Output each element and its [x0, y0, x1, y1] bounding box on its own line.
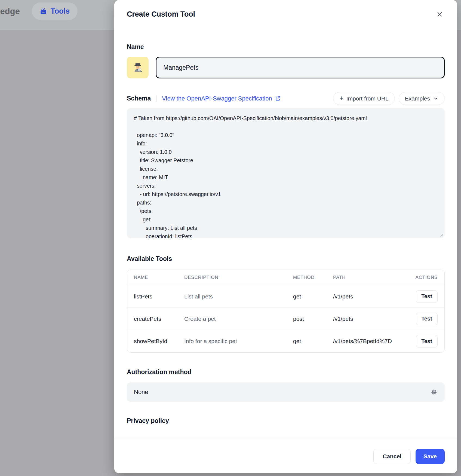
schema-section-label: Schema — [127, 95, 151, 102]
tool-method: get — [293, 338, 333, 344]
tool-name: listPets — [134, 293, 184, 300]
schema-header-row: Schema View the OpenAPI-Swagger Specific… — [127, 92, 445, 105]
tool-method: post — [293, 316, 333, 322]
authorization-method-heading: Authorization method — [127, 368, 445, 376]
schema-textarea[interactable]: # Taken from https://github.com/OAI/Open… — [127, 108, 445, 238]
authorization-settings-button[interactable] — [430, 389, 438, 396]
column-header-description: DESCRIPTION — [184, 275, 293, 280]
nav-item-knowledge-partial[interactable]: ledge — [0, 7, 20, 16]
test-button[interactable]: Test — [416, 290, 438, 303]
tool-description: List all pets — [184, 293, 293, 300]
import-from-url-button[interactable]: + Import from URL — [333, 92, 395, 105]
schema-actions: + Import from URL Examples — [333, 92, 445, 105]
test-button[interactable]: Test — [416, 313, 438, 325]
name-row — [127, 57, 445, 78]
examples-dropdown[interactable]: Examples — [399, 92, 445, 105]
openapi-spec-link-label: View the OpenAPI-Swagger Specification — [162, 95, 272, 102]
schema-text: # Taken from https://github.com/OAI/Open… — [127, 108, 445, 238]
tool-description: Create a pet — [184, 316, 293, 322]
tab-tools-label: Tools — [51, 7, 70, 16]
page: ledge Tools Create Custom Tool — [0, 0, 461, 476]
column-header-name: NAME — [134, 275, 184, 280]
modal-header: Create Custom Tool — [127, 0, 445, 19]
name-section-label: Name — [127, 43, 445, 51]
available-tools-heading: Available Tools — [127, 255, 445, 263]
chevron-down-icon — [433, 96, 438, 101]
external-link-icon — [275, 96, 281, 101]
test-button[interactable]: Test — [416, 335, 438, 347]
table-header-row: NAME DESCRIPTION METHOD PATH ACTIONS — [127, 270, 444, 285]
tab-tools[interactable]: Tools — [32, 2, 78, 20]
x-icon — [436, 11, 443, 18]
tool-method: get — [293, 293, 333, 300]
close-button[interactable] — [434, 9, 445, 19]
available-tools-table: NAME DESCRIPTION METHOD PATH ACTIONS lis… — [127, 270, 445, 353]
table-row: showPetById Info for a specific pet get … — [127, 330, 444, 352]
import-from-url-label: Import from URL — [346, 95, 389, 102]
table-row: createPets Create a pet post /v1/pets Te… — [127, 308, 444, 330]
cancel-button[interactable]: Cancel — [373, 449, 411, 464]
tool-path: /v1/pets/%7BpetId%7D — [333, 338, 408, 344]
column-header-method: METHOD — [293, 275, 333, 280]
table-row: listPets List all pets get /v1/pets Test — [127, 285, 444, 308]
column-header-path: PATH — [333, 275, 408, 280]
column-header-actions: ACTIONS — [415, 275, 438, 280]
detective-emoji-icon — [132, 62, 144, 74]
tool-name: createPets — [134, 316, 184, 322]
divider — [156, 95, 156, 102]
tool-path: /v1/pets — [333, 293, 408, 300]
gear-icon — [430, 389, 438, 396]
openapi-spec-link[interactable]: View the OpenAPI-Swagger Specification — [162, 95, 281, 102]
tool-name-input[interactable] — [156, 57, 445, 78]
modal-footer: Cancel Save — [114, 439, 457, 473]
plus-icon: + — [339, 95, 343, 102]
tool-icon-picker[interactable] — [127, 57, 149, 78]
modal-content: Create Custom Tool Name — [114, 0, 457, 473]
authorization-method-value: None — [134, 389, 148, 396]
create-custom-tool-modal: Create Custom Tool Name — [114, 0, 457, 473]
tool-name: showPetById — [134, 338, 184, 344]
resize-handle-icon[interactable] — [439, 233, 443, 237]
save-button[interactable]: Save — [416, 449, 445, 464]
tool-description: Info for a specific pet — [184, 338, 293, 344]
authorization-method-selector[interactable]: None — [127, 382, 445, 402]
examples-label: Examples — [405, 95, 430, 102]
modal-title: Create Custom Tool — [127, 10, 195, 19]
privacy-policy-heading: Privacy policy — [127, 417, 445, 425]
tool-path: /v1/pets — [333, 316, 408, 322]
toolbox-icon — [40, 8, 47, 15]
